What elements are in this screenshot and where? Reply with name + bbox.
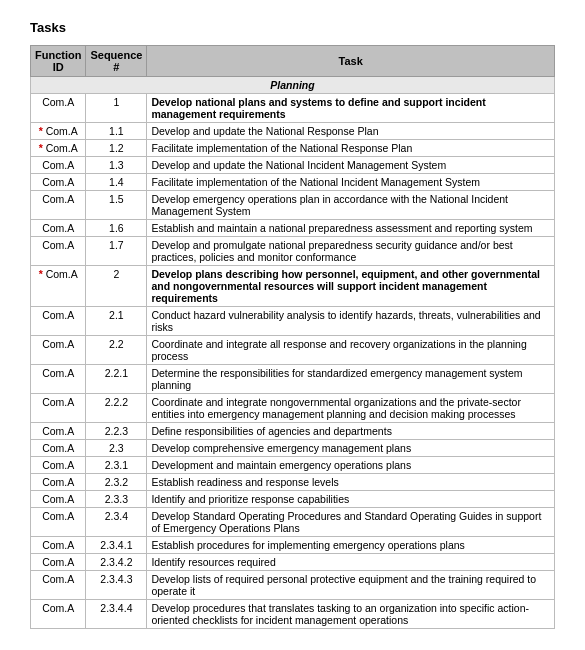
- section-header-cell: Planning: [31, 77, 555, 94]
- sequence-cell: 2.3.4.1: [86, 537, 147, 554]
- function-id-cell: Com.A: [31, 440, 86, 457]
- function-id-cell: Com.A: [31, 600, 86, 629]
- task-cell: Develop national plans and systems to de…: [147, 94, 555, 123]
- table-row: Com.A1Develop national plans and systems…: [31, 94, 555, 123]
- task-cell: Develop and update the National Incident…: [147, 157, 555, 174]
- task-cell: Identify resources required: [147, 554, 555, 571]
- tasks-table: Function ID Sequence # Task PlanningCom.…: [30, 45, 555, 629]
- col-header-task: Task: [147, 46, 555, 77]
- function-id-cell: Com.A: [31, 336, 86, 365]
- sequence-cell: 1.3: [86, 157, 147, 174]
- table-row: Com.A1.5Develop emergency operations pla…: [31, 191, 555, 220]
- function-id-cell: Com.A: [31, 94, 86, 123]
- sequence-cell: 1.1: [86, 123, 147, 140]
- sequence-cell: 2.3.4.4: [86, 600, 147, 629]
- task-cell: Develop lists of required personal prote…: [147, 571, 555, 600]
- sequence-cell: 2.3.1: [86, 457, 147, 474]
- task-cell: Develop comprehensive emergency manageme…: [147, 440, 555, 457]
- task-cell: Coordinate and integrate all response an…: [147, 336, 555, 365]
- sequence-cell: 2.3.4.3: [86, 571, 147, 600]
- sequence-cell: 2.2.2: [86, 394, 147, 423]
- sequence-cell: 2.1: [86, 307, 147, 336]
- function-id-cell: Com.A: [31, 191, 86, 220]
- sequence-cell: 2.3.3: [86, 491, 147, 508]
- task-cell: Establish readiness and response levels: [147, 474, 555, 491]
- task-cell: Develop procedures that translates taski…: [147, 600, 555, 629]
- table-row: * Com.A2Develop plans describing how per…: [31, 266, 555, 307]
- function-id-cell: Com.A: [31, 394, 86, 423]
- function-id-cell: * Com.A: [31, 266, 86, 307]
- task-cell: Coordinate and integrate nongovernmental…: [147, 394, 555, 423]
- task-cell: Establish procedures for implementing em…: [147, 537, 555, 554]
- sequence-cell: 2.3.2: [86, 474, 147, 491]
- function-id-cell: Com.A: [31, 157, 86, 174]
- function-id-cell: Com.A: [31, 457, 86, 474]
- asterisk-marker: *: [39, 268, 46, 280]
- task-cell: Facilitate implementation of the Nationa…: [147, 174, 555, 191]
- task-cell: Develop plans describing how personnel, …: [147, 266, 555, 307]
- task-cell: Develop and promulgate national prepared…: [147, 237, 555, 266]
- task-cell: Conduct hazard vulnerability analysis to…: [147, 307, 555, 336]
- function-id-cell: Com.A: [31, 571, 86, 600]
- task-cell: Develop and update the National Response…: [147, 123, 555, 140]
- sequence-cell: 1.4: [86, 174, 147, 191]
- function-id-cell: * Com.A: [31, 140, 86, 157]
- function-id-cell: Com.A: [31, 307, 86, 336]
- task-cell: Identify and prioritize response capabil…: [147, 491, 555, 508]
- table-row: Com.A1.7Develop and promulgate national …: [31, 237, 555, 266]
- function-id-text: Com.A: [46, 142, 78, 154]
- function-id-cell: Com.A: [31, 220, 86, 237]
- table-row: * Com.A1.2Facilitate implementation of t…: [31, 140, 555, 157]
- table-row: Com.A2.3.1Development and maintain emerg…: [31, 457, 555, 474]
- task-cell: Establish and maintain a national prepar…: [147, 220, 555, 237]
- table-row: Com.A2.1Conduct hazard vulnerability ana…: [31, 307, 555, 336]
- table-row: Com.A2.2Coordinate and integrate all res…: [31, 336, 555, 365]
- sequence-cell: 2.2.1: [86, 365, 147, 394]
- table-row: Com.A2.3.2Establish readiness and respon…: [31, 474, 555, 491]
- sequence-cell: 1.2: [86, 140, 147, 157]
- function-id-cell: Com.A: [31, 423, 86, 440]
- task-cell: Development and maintain emergency opera…: [147, 457, 555, 474]
- col-header-function: Function ID: [31, 46, 86, 77]
- function-id-text: Com.A: [46, 268, 78, 280]
- task-cell: Define responsibilities of agencies and …: [147, 423, 555, 440]
- col-header-sequence: Sequence #: [86, 46, 147, 77]
- function-id-cell: Com.A: [31, 508, 86, 537]
- table-row: Com.A2.2.3Define responsibilities of age…: [31, 423, 555, 440]
- table-row: Com.A1.4Facilitate implementation of the…: [31, 174, 555, 191]
- sequence-cell: 1: [86, 94, 147, 123]
- sequence-cell: 2.3.4: [86, 508, 147, 537]
- table-row: Planning: [31, 77, 555, 94]
- task-cell: Develop Standard Operating Procedures an…: [147, 508, 555, 537]
- table-row: Com.A2.2.2Coordinate and integrate nongo…: [31, 394, 555, 423]
- sequence-cell: 2.2.3: [86, 423, 147, 440]
- task-cell: Develop emergency operations plan in acc…: [147, 191, 555, 220]
- task-cell: Determine the responsibilities for stand…: [147, 365, 555, 394]
- function-id-cell: Com.A: [31, 491, 86, 508]
- asterisk-marker: *: [39, 125, 46, 137]
- table-row: Com.A2.3.4.1Establish procedures for imp…: [31, 537, 555, 554]
- function-id-cell: * Com.A: [31, 123, 86, 140]
- function-id-cell: Com.A: [31, 554, 86, 571]
- table-row: Com.A2.3.4.2Identify resources required: [31, 554, 555, 571]
- sequence-cell: 1.7: [86, 237, 147, 266]
- function-id-cell: Com.A: [31, 237, 86, 266]
- page-title: Tasks: [30, 20, 555, 35]
- table-row: Com.A1.3Develop and update the National …: [31, 157, 555, 174]
- task-cell: Facilitate implementation of the Nationa…: [147, 140, 555, 157]
- sequence-cell: 1.6: [86, 220, 147, 237]
- table-row: Com.A1.6Establish and maintain a nationa…: [31, 220, 555, 237]
- sequence-cell: 2.3: [86, 440, 147, 457]
- function-id-cell: Com.A: [31, 474, 86, 491]
- table-row: Com.A2.3Develop comprehensive emergency …: [31, 440, 555, 457]
- table-row: Com.A2.3.3Identify and prioritize respon…: [31, 491, 555, 508]
- table-row: Com.A2.2.1Determine the responsibilities…: [31, 365, 555, 394]
- table-row: * Com.A1.1Develop and update the Nationa…: [31, 123, 555, 140]
- table-row: Com.A2.3.4Develop Standard Operating Pro…: [31, 508, 555, 537]
- function-id-cell: Com.A: [31, 174, 86, 191]
- sequence-cell: 2: [86, 266, 147, 307]
- sequence-cell: 2.2: [86, 336, 147, 365]
- function-id-cell: Com.A: [31, 537, 86, 554]
- table-row: Com.A2.3.4.3Develop lists of required pe…: [31, 571, 555, 600]
- table-row: Com.A2.3.4.4Develop procedures that tran…: [31, 600, 555, 629]
